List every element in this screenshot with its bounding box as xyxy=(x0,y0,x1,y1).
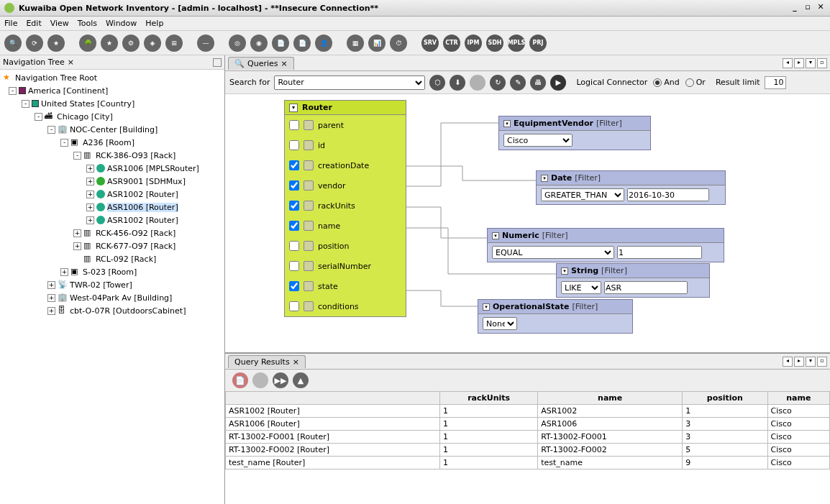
tree-root-label[interactable]: Navigation Tree Root xyxy=(15,73,97,83)
tree-toggle[interactable]: + xyxy=(86,191,94,198)
opstate-select[interactable]: None xyxy=(483,317,517,330)
tab-next-button[interactable]: ▸ xyxy=(794,58,804,68)
tree-toggle[interactable]: + xyxy=(86,216,94,224)
col-header[interactable]: name xyxy=(767,392,829,405)
toolbar-icon[interactable]: ◉ xyxy=(250,35,268,52)
table-row[interactable]: ASR1006 [Router]1ASR10063Cisco xyxy=(226,418,830,431)
results-up-button[interactable]: ▲ xyxy=(293,372,309,388)
nav-close-icon[interactable]: × xyxy=(68,58,74,67)
attr-name[interactable]: name xyxy=(285,216,406,236)
attr-check[interactable] xyxy=(289,281,299,291)
toolbar-ctr-button[interactable]: CTR xyxy=(443,35,460,52)
toolbar-icon[interactable]: 📊 xyxy=(368,35,386,52)
attr-check[interactable] xyxy=(289,221,299,231)
tree-toggle[interactable]: + xyxy=(73,242,81,250)
toolbar-icon[interactable]: ⊞ xyxy=(165,35,183,52)
tree-item[interactable]: +ASR9001 [SDHMux] xyxy=(0,175,224,188)
visibility-icon[interactable] xyxy=(304,120,314,130)
col-header[interactable]: name xyxy=(538,392,683,405)
table-row[interactable]: RT-13002-FO002 [Router]1RT-13002-FO0025C… xyxy=(226,444,830,457)
attr-vendor[interactable]: vendor xyxy=(285,175,406,196)
toolbar-icon[interactable]: ★ xyxy=(101,35,118,52)
toolbar-icon[interactable]: ★ xyxy=(47,35,65,52)
attr-parent[interactable]: parent xyxy=(285,115,406,135)
maximize-button[interactable]: ▫ xyxy=(803,3,813,13)
refresh-query-button[interactable]: ↻ xyxy=(490,75,506,91)
string-value-input[interactable] xyxy=(604,281,688,294)
attr-creationDate[interactable]: creationDate xyxy=(285,155,406,175)
menu-window[interactable]: Window xyxy=(106,19,137,28)
string-op-select[interactable]: LIKE xyxy=(561,281,601,294)
tree-item[interactable]: +▥RCK-456-O92 [Rack] xyxy=(0,226,224,239)
toolbar-icon[interactable]: 📄 xyxy=(272,35,289,52)
toolbar-sdh-button[interactable]: SDH xyxy=(486,35,503,52)
col-header[interactable]: position xyxy=(683,392,767,405)
filter-operationalstate[interactable]: ▾OperationalState[Filter] None xyxy=(478,299,633,334)
tree-item[interactable]: +▥RCK-677-O97 [Rack] xyxy=(0,239,224,252)
attr-check[interactable] xyxy=(289,301,299,311)
print-query-button[interactable]: 🖶 xyxy=(530,75,546,91)
tree-item[interactable]: +ASR1002 [Router] xyxy=(0,188,224,201)
tree-toggle[interactable]: + xyxy=(86,165,94,173)
vendor-select[interactable]: Cisco xyxy=(503,134,573,147)
filter-numeric[interactable]: ▾Numeric[Filter] EQUAL xyxy=(487,228,724,262)
tree-item[interactable]: ▥RCL-092 [Rack] xyxy=(0,252,224,265)
results-max-button[interactable]: ▫ xyxy=(817,357,827,367)
connector-and-radio[interactable]: And xyxy=(653,78,679,87)
results-tab-close-icon[interactable]: × xyxy=(293,357,299,367)
results-next-page-button[interactable]: ▶▶ xyxy=(273,372,288,388)
navigation-tree[interactable]: ★Navigation Tree Root-America [Continent… xyxy=(0,70,224,504)
attr-serialNumber[interactable]: serialNumber xyxy=(285,256,406,276)
tab-max-button[interactable]: ▫ xyxy=(817,58,827,68)
toolbar-ipm-button[interactable]: IPM xyxy=(465,35,482,52)
visibility-icon[interactable] xyxy=(304,241,314,251)
numeric-op-select[interactable]: EQUAL xyxy=(492,246,614,259)
tree-item[interactable]: +ASR1006 [MPLSRouter] xyxy=(0,162,224,175)
tree-item[interactable]: -▣A236 [Room] xyxy=(0,136,224,149)
toolbar-icon[interactable]: ⏱ xyxy=(390,35,407,52)
attr-check[interactable] xyxy=(289,120,299,130)
visibility-icon[interactable] xyxy=(304,140,314,150)
tree-item[interactable]: +ASR1006 [Router] xyxy=(0,201,224,214)
attr-conditions[interactable]: conditions xyxy=(285,296,406,316)
search-class-select[interactable]: Router xyxy=(274,75,425,90)
tree-item[interactable]: +🏢West-04Park Av [Building] xyxy=(0,291,224,304)
table-row[interactable]: ASR1002 [Router]1ASR10021Cisco xyxy=(226,405,830,418)
save-query-button[interactable]: ⬇ xyxy=(450,75,465,91)
attr-check[interactable] xyxy=(289,241,299,251)
attr-id[interactable]: id xyxy=(285,135,406,155)
tree-toggle[interactable]: - xyxy=(9,87,17,95)
tree-toggle[interactable]: - xyxy=(35,113,42,121)
toolbar-icon[interactable]: ⚙ xyxy=(122,35,140,52)
tree-toggle[interactable]: - xyxy=(60,139,68,147)
toolbar-srv-button[interactable]: SRV xyxy=(421,35,439,52)
toolbar-prj-button[interactable]: PRJ xyxy=(529,35,547,52)
filter-equipmentvendor[interactable]: ▾EquipmentVendor[Filter] Cisco xyxy=(498,116,651,150)
col-header[interactable] xyxy=(226,392,440,405)
date-value-input[interactable] xyxy=(627,188,709,201)
visibility-icon[interactable] xyxy=(304,261,314,271)
edit-query-button[interactable]: ✎ xyxy=(510,75,526,91)
tab-close-icon[interactable]: × xyxy=(281,59,287,68)
visibility-icon[interactable] xyxy=(304,221,314,231)
attr-check[interactable] xyxy=(289,140,299,150)
date-op-select[interactable]: GREATER_THAN xyxy=(541,188,624,201)
tab-menu-button[interactable]: ▾ xyxy=(806,58,816,68)
tree-item[interactable]: +📡TWR-02 [Tower] xyxy=(0,278,224,291)
toolbar-icon[interactable]: 📄 xyxy=(293,35,311,52)
tree-item[interactable]: -America [Continent] xyxy=(0,84,224,97)
tree-toggle[interactable]: - xyxy=(47,126,55,134)
tree-toggle[interactable]: + xyxy=(47,281,55,289)
tree-item[interactable]: +▣S-023 [Room] xyxy=(0,265,224,278)
tree-toggle[interactable]: - xyxy=(73,152,81,160)
tree-item[interactable]: -🏢NOC-Center [Building] xyxy=(0,123,224,136)
tab-prev-button[interactable]: ◂ xyxy=(783,58,793,68)
tree-item[interactable]: +ASR1002 [Router] xyxy=(0,214,224,226)
tree-toggle[interactable]: + xyxy=(86,178,94,185)
col-header[interactable]: rackUnits xyxy=(440,392,538,405)
results-next-button[interactable]: ▸ xyxy=(794,357,804,367)
toolbar-icon[interactable]: ⟳ xyxy=(26,35,43,52)
tree-toggle[interactable]: + xyxy=(47,294,55,302)
toolbar-mpls-button[interactable]: MPLS xyxy=(508,35,525,52)
query-canvas[interactable]: ▾Router parentidcreationDatevendorrackUn… xyxy=(225,94,830,353)
